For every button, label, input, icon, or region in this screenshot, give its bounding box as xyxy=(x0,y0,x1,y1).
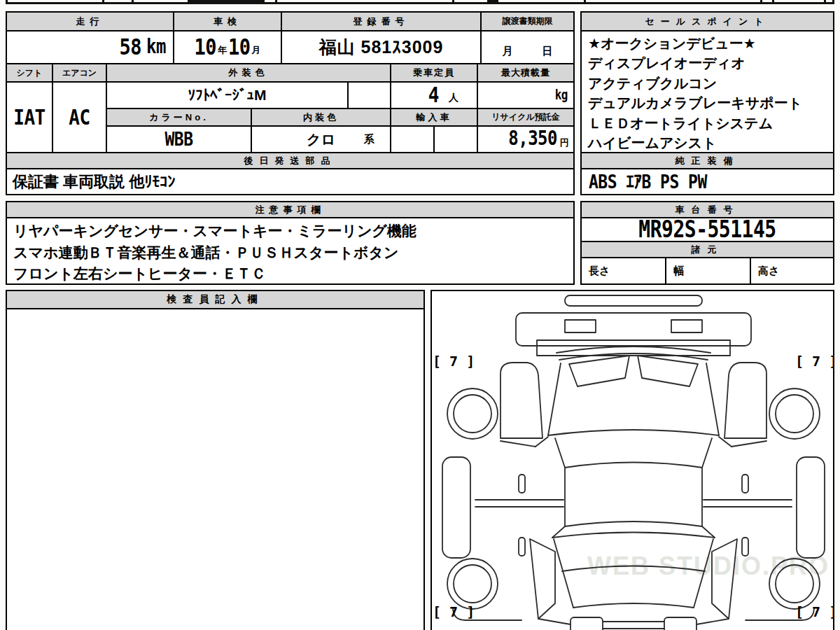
gate-side-right-shape xyxy=(694,539,713,608)
recycle-fee-unit: 円 xyxy=(560,136,569,149)
transfer-deadline-header: 譲渡書類期限 xyxy=(480,11,575,31)
transfer-day-label: 日 xyxy=(542,45,553,58)
cabin-front-arc-shape xyxy=(565,463,702,468)
shift-label: シフト xyxy=(17,67,43,79)
inspection-header: 車検 xyxy=(173,11,282,31)
transfer-deadline-label: 譲渡書類期限 xyxy=(503,15,553,27)
capacity-unit: 人 xyxy=(449,92,458,104)
chassis-no-label: 車台番号 xyxy=(676,204,740,216)
capacity-value-cell: 4 人 xyxy=(390,81,478,109)
sales-points-header: セールスポイント xyxy=(580,11,834,31)
exterior-color-value: ｿﾌﾄﾍﾞｰｼﾞｭM xyxy=(188,87,267,104)
later-parts-value: 保証書 車両取説 他ﾘﾓｺﾝ xyxy=(13,172,175,192)
dimensions-label: 諸元 xyxy=(692,244,724,256)
notes-line: スマホ連動ＢＴ音楽再生＆通話・ＰＵＳＨスタートボタン xyxy=(13,242,567,264)
auction-sheet: 走行 車検 登録番号 譲渡書類期限 58 km 10 年 10 月 福山 581… xyxy=(0,0,840,630)
transfer-deadline-value-cell: 月 日 xyxy=(480,30,575,64)
mileage-unit: km xyxy=(146,35,166,58)
inspection-year: 10 xyxy=(194,34,216,59)
max-load-unit: kg xyxy=(555,87,568,102)
inspection-month-suffix: 月 xyxy=(252,44,261,57)
aircon-value: AC xyxy=(69,104,90,129)
door-handle-rear-right-shape xyxy=(742,538,748,556)
door-handle-front-left-shape xyxy=(519,475,525,493)
mileage-label: 走行 xyxy=(76,15,104,28)
rocker-right-shape xyxy=(797,457,825,558)
later-parts-header: 後日発送部品 xyxy=(6,152,575,169)
headlight-right-shape xyxy=(671,320,702,332)
front-panel-shape xyxy=(516,313,751,346)
sales-points-body: ★オークションデビュー★ ディスプレイオーディオ アクティブクルコン デュアルカ… xyxy=(580,30,834,153)
mileage-value: 58 xyxy=(120,34,142,59)
registration-label: 登録番号 xyxy=(354,15,410,28)
capacity-value: 4 xyxy=(428,82,439,106)
inspector-notes-area xyxy=(6,308,425,630)
windshield-arc2-shape xyxy=(559,354,708,360)
grade-mark-front-left: [ 7 ] xyxy=(433,353,470,370)
fender-left-shape xyxy=(500,363,542,438)
wheel-front-left-shape xyxy=(447,388,498,439)
roof-side-left-shape xyxy=(548,363,561,435)
interior-color-label: 内装色 xyxy=(303,111,339,124)
shift-value-cell: IAT xyxy=(6,81,53,153)
notes-label: 注意事項欄 xyxy=(255,204,326,216)
fender-right-shape xyxy=(724,363,766,438)
windshield-glass-right-shape xyxy=(638,356,698,386)
wheel-rear-left-shape xyxy=(447,559,498,609)
color-no-header: カラーNo. xyxy=(106,108,252,127)
color-no-label: カラーNo. xyxy=(149,111,209,124)
mileage-value-cell: 58 km xyxy=(6,30,174,64)
dimensions-header: 諸元 xyxy=(580,241,834,258)
import-value-cell xyxy=(390,125,435,153)
import-label: 輸入車 xyxy=(416,111,452,124)
import-header: 輸入車 xyxy=(390,108,478,127)
genuine-equipment-value: ABS ｴｱB PS PW xyxy=(589,170,707,192)
max-load-label: 最大積載量 xyxy=(501,66,550,79)
height-cell: 高さ xyxy=(750,257,834,285)
notes-header: 注意事項欄 xyxy=(6,201,575,218)
registration-value: 福山 581ｽ3009 xyxy=(319,36,444,59)
inspection-year-suffix: 年 xyxy=(218,44,227,57)
interior-color-value: クロ xyxy=(307,130,335,149)
gate-bottom-arc-shape xyxy=(573,603,694,608)
interior-color-value-cell: クロ 系 xyxy=(251,125,391,153)
exterior-color-value-cell: ｿﾌﾄﾍﾞｰｼﾞｭM xyxy=(106,81,349,109)
shift-value: IAT xyxy=(13,104,45,129)
roof-bar-shape xyxy=(565,295,702,306)
belt-line-left-shape xyxy=(500,441,536,447)
registration-header: 登録番号 xyxy=(281,11,482,31)
color-no-value-cell: WBB xyxy=(106,125,252,153)
door-handle-rear-left-shape xyxy=(519,538,525,556)
interior-color-suffix: 系 xyxy=(364,133,374,146)
width-cell: 幅 xyxy=(665,257,751,285)
gate-side-left-shape xyxy=(554,539,573,608)
registration-value-cell: 福山 581ｽ3009 xyxy=(281,30,482,64)
inspection-value-cell: 10 年 10 月 xyxy=(173,30,282,64)
rear-deck-arc-shape xyxy=(552,533,715,538)
sales-points-label: セールスポイント xyxy=(645,15,769,28)
wheel-rear-right-shape xyxy=(769,559,820,609)
roof-side-right-shape xyxy=(706,363,719,435)
bumper-corner-left-shape xyxy=(538,619,570,624)
sales-point-line: ★オークションデビュー★ xyxy=(588,34,827,53)
aircon-header: エアコン xyxy=(52,63,107,83)
inspection-label: 車検 xyxy=(214,15,241,28)
mileage-header: 走行 xyxy=(6,11,174,31)
recycle-fee-value-cell: 8,350 円 xyxy=(477,125,575,153)
notes-line: リヤパーキングセンサー・スマートキー・ミラーリング機能 xyxy=(13,220,567,242)
chassis-no-value-cell: MR92S-551145 xyxy=(580,217,834,242)
bumper-right-shape xyxy=(664,617,696,630)
height-label: 高さ xyxy=(758,265,779,278)
gate-mid-arc-shape xyxy=(562,566,705,572)
inspection-month: 10 xyxy=(228,34,251,59)
aircon-value-cell: AC xyxy=(52,81,107,153)
chassis-no-value: MR92S-551145 xyxy=(638,215,776,242)
notes-body: リヤパーキングセンサー・スマートキー・ミラーリング機能 スマホ連動ＢＴ音楽再生＆… xyxy=(6,217,575,285)
exterior-color-label: 外装色 xyxy=(229,66,269,79)
color-no-value: WBB xyxy=(164,128,192,150)
genuine-equipment-label: 純正装備 xyxy=(676,155,740,167)
cabin-connector-right-shape xyxy=(702,438,712,468)
aircon-label: エアコン xyxy=(62,67,97,79)
sales-point-line: アクティブクルコン xyxy=(588,74,827,93)
belt-line-right-shape xyxy=(732,441,766,447)
